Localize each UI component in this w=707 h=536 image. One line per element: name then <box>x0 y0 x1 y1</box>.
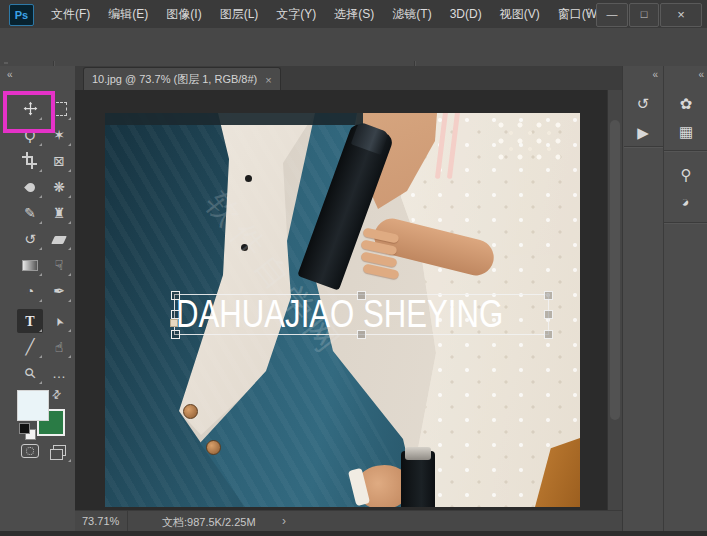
tool-type[interactable]: T <box>17 309 43 333</box>
ellipsis-icon: … <box>52 365 66 381</box>
scrollbar-thumb[interactable] <box>610 120 620 420</box>
quick-mask-icon <box>21 444 39 458</box>
color-panel-button[interactable]: ✿ <box>673 92 699 116</box>
default-colors-icon[interactable] <box>19 423 30 434</box>
document-tab[interactable]: 10.jpg @ 73.7% (图层 1, RGB/8#) × <box>83 67 281 91</box>
close-button[interactable]: × <box>660 3 702 27</box>
actions-panel-button[interactable]: ▶ <box>630 121 656 145</box>
line-icon: ╱ <box>25 338 34 355</box>
menu-layer[interactable]: 图层(L) <box>211 0 268 28</box>
suit-brass-button <box>206 440 221 455</box>
collapse-panel-icon[interactable]: « <box>652 69 658 80</box>
transform-handle-bottom-mid[interactable] <box>357 330 366 339</box>
right-panel-dock: « ↺ ▶ « ✿ ▦ ⚲ ◑ <box>622 66 707 531</box>
dock-column-history: « ↺ ▶ <box>624 66 663 531</box>
close-tab-icon[interactable]: × <box>265 74 271 86</box>
transform-handle-bottom-left[interactable] <box>171 330 180 339</box>
photoshop-logo-icon: Ps <box>9 4 34 26</box>
transform-handle-mid-left[interactable] <box>171 310 180 319</box>
menu-file[interactable]: 文件(F) <box>42 0 99 28</box>
divider <box>624 146 663 148</box>
smudge-icon: ☟ <box>55 257 64 273</box>
libraries-panel-button[interactable]: ⚲ <box>673 163 699 187</box>
menu-filter[interactable]: 滤镜(T) <box>383 0 440 28</box>
history-icon: ↺ <box>637 95 650 112</box>
tool-line[interactable]: ╱ <box>17 335 43 359</box>
swap-colors-icon[interactable]: ⇄ <box>49 387 65 403</box>
collapse-panel-icon[interactable]: « <box>7 69 13 80</box>
status-chevron-icon[interactable]: › <box>282 514 286 528</box>
tool-path-select[interactable]: ➤ <box>46 309 72 333</box>
quick-mask-button[interactable] <box>17 439 43 463</box>
menu-edit[interactable]: 编辑(E) <box>99 0 157 28</box>
title-bar: Ps 文件(F) 编辑(E) 图像(I) 图层(L) 文字(Y) 选择(S) 滤… <box>0 0 707 29</box>
transform-handle-top-mid[interactable] <box>357 291 366 300</box>
gradient-icon <box>22 260 38 271</box>
lightbulb-icon: ⚲ <box>681 163 692 187</box>
transform-handle-bottom-right[interactable] <box>544 330 553 339</box>
tool-healing-patch[interactable]: ❋ <box>46 175 72 199</box>
maximize-button[interactable]: □ <box>629 3 659 27</box>
tool-gradient[interactable] <box>17 253 43 277</box>
tool-brush[interactable]: ✎ <box>17 201 43 225</box>
transform-handle-top-left[interactable] <box>171 291 180 300</box>
suit-brass-button <box>183 404 198 419</box>
canvas-pasteboard[interactable]: 软件自学网 DAHUAJIAO SHEYING <box>75 90 607 510</box>
tool-more[interactable]: … <box>46 361 72 385</box>
menu-bar: 文件(F) 编辑(E) 图像(I) 图层(L) 文字(Y) 选择(S) 滤镜(T… <box>42 0 610 28</box>
divider <box>664 222 707 224</box>
tool-dodge[interactable]: ◔ <box>17 279 43 303</box>
shirt-button <box>241 244 248 251</box>
tool-history-brush[interactable]: ↺ <box>17 227 43 251</box>
tool-frame[interactable]: ⊠ <box>46 149 72 173</box>
adjustments-icon: ◑ <box>674 190 697 213</box>
foreground-color-swatch[interactable] <box>17 390 49 421</box>
tool-crop[interactable] <box>17 149 43 173</box>
document-tab-bar: 10.jpg @ 73.7% (图层 1, RGB/8#) × <box>75 66 622 91</box>
divider <box>664 150 707 152</box>
transform-handle-top-right[interactable] <box>544 291 553 300</box>
zoom-level-field[interactable]: 73.71% <box>82 515 119 527</box>
status-bar: 73.71% 文档:987.5K/2.25M › <box>75 510 622 532</box>
canvas-text-layer[interactable]: DAHUAJIAO SHEYING <box>176 295 503 333</box>
vertical-scrollbar[interactable] <box>607 90 622 510</box>
transform-handle-mid-right[interactable] <box>544 310 553 319</box>
tool-eyedropper[interactable] <box>17 175 43 199</box>
play-icon: ▶ <box>637 124 649 141</box>
screen-mode-button[interactable] <box>46 439 72 463</box>
menu-view[interactable]: 视图(V) <box>491 0 549 28</box>
window-bottom-edge <box>0 531 707 536</box>
menu-type[interactable]: 文字(Y) <box>267 0 325 28</box>
document-size-info: 文档:987.5K/2.25M <box>162 515 256 530</box>
clone-stamp-icon: ♜ <box>53 205 66 221</box>
tools-panel: « Ϙ ✶ ⊠ ❋ ✎ ♜ ↺ ☟ ◔ ✒ T ➤ ╱ ☝ ⚲ … ⇄ <box>0 66 76 531</box>
photo-top-dark-edge <box>105 113 363 125</box>
tool-eraser[interactable] <box>46 227 72 251</box>
history-brush-icon: ↺ <box>24 231 36 247</box>
tool-smudge[interactable]: ☟ <box>46 253 72 277</box>
menu-select[interactable]: 选择(S) <box>325 0 383 28</box>
brush-icon: ✎ <box>24 205 36 221</box>
dock-column-color: « ✿ ▦ ⚲ ◑ <box>663 66 707 531</box>
menu-3d[interactable]: 3D(D) <box>441 0 491 28</box>
dodge-icon: ◔ <box>26 283 34 299</box>
transform-reference-point[interactable] <box>170 319 178 327</box>
menu-image[interactable]: 图像(I) <box>157 0 210 28</box>
tool-hand[interactable]: ☝ <box>46 335 72 359</box>
document-tab-title: 10.jpg @ 73.7% (图层 1, RGB/8#) <box>92 72 257 87</box>
tool-clone-stamp[interactable]: ♜ <box>46 201 72 225</box>
collapse-panel-icon[interactable]: « <box>698 69 704 80</box>
eraser-icon <box>51 236 67 244</box>
crop-icon <box>24 154 36 166</box>
adjustments-panel-button[interactable]: ◑ <box>673 190 699 214</box>
menu-overflow-icon[interactable]: ⋮ <box>583 6 593 20</box>
history-panel-button[interactable]: ↺ <box>630 92 656 116</box>
swatches-panel-button[interactable]: ▦ <box>673 120 699 144</box>
divider <box>127 511 128 532</box>
tool-pen[interactable]: ✒ <box>46 279 72 303</box>
tool-zoom[interactable]: ⚲ <box>17 361 43 385</box>
eyedropper-icon <box>24 181 37 194</box>
wine-bottle-lower-cap <box>405 447 431 460</box>
dress-pearls <box>495 119 565 161</box>
minimize-button[interactable]: — <box>596 3 628 27</box>
